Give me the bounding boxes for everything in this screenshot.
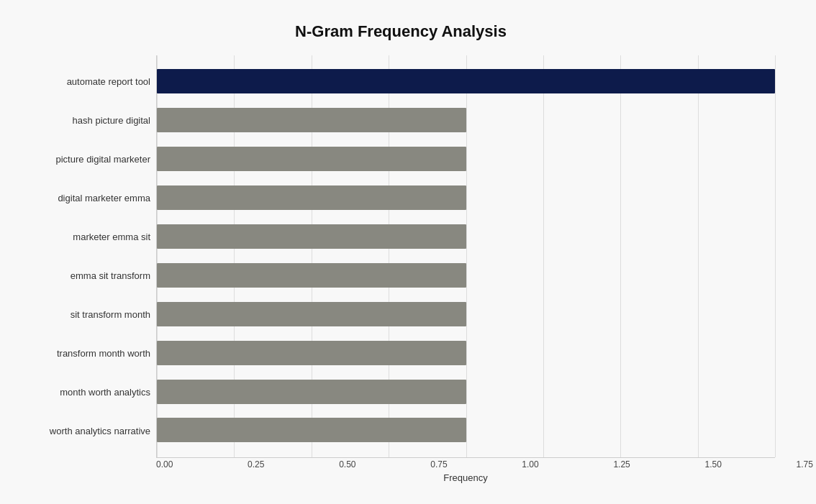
x-tick: 0.00 <box>156 459 173 469</box>
bar-6 <box>157 302 466 326</box>
bar-row <box>157 377 775 407</box>
bar-2 <box>157 147 466 171</box>
bar-1 <box>157 108 466 132</box>
x-tick: 1.25 <box>613 459 630 469</box>
bar-4 <box>157 224 466 249</box>
x-tick: 1.50 <box>704 459 721 469</box>
x-axis: 0.000.250.500.751.001.251.501.752.00 <box>156 459 816 469</box>
bar-row <box>157 144 775 174</box>
bar-row <box>157 338 775 368</box>
x-tick: 1.00 <box>522 459 538 469</box>
grid-line <box>775 55 776 457</box>
x-tick: 0.75 <box>430 459 447 469</box>
y-axis-label: transform month worth <box>57 349 150 358</box>
chart-container: N-Gram Frequency Analysis automate repor… <box>12 8 804 497</box>
y-axis-labels: automate report toolhash picture digital… <box>27 55 156 458</box>
y-axis-label: month worth analytics <box>60 388 150 397</box>
bar-7 <box>157 341 466 365</box>
x-tick: 0.25 <box>248 459 264 469</box>
chart-title: N-Gram Frequency Analysis <box>27 22 775 41</box>
y-axis-label: marketer emma sit <box>73 232 150 242</box>
bars-grid <box>156 55 775 458</box>
y-axis-label: emma sit transform <box>71 271 150 280</box>
y-axis-label: sit transform month <box>71 310 150 319</box>
bar-row <box>157 66 775 96</box>
bar-row <box>157 260 775 290</box>
y-axis-label: hash picture digital <box>73 116 150 125</box>
x-axis-label: Frequency <box>156 472 775 483</box>
bar-3 <box>157 185 466 210</box>
y-axis-label: digital marketer emma <box>58 193 150 203</box>
bar-row <box>157 221 775 252</box>
x-tick: 1.75 <box>797 459 813 469</box>
chart-area: automate report toolhash picture digital… <box>27 55 775 458</box>
bar-row <box>157 299 775 329</box>
y-axis-label: worth analytics narrative <box>50 426 150 436</box>
y-axis-label: picture digital marketer <box>56 155 151 164</box>
bar-9 <box>157 418 466 442</box>
bar-0 <box>157 69 775 93</box>
bar-row <box>157 105 775 135</box>
bar-row <box>157 183 775 213</box>
x-tick: 0.50 <box>339 459 355 469</box>
bar-5 <box>157 263 466 288</box>
bar-row <box>157 415 775 445</box>
bar-8 <box>157 380 466 404</box>
y-axis-label: automate report tool <box>67 77 150 86</box>
